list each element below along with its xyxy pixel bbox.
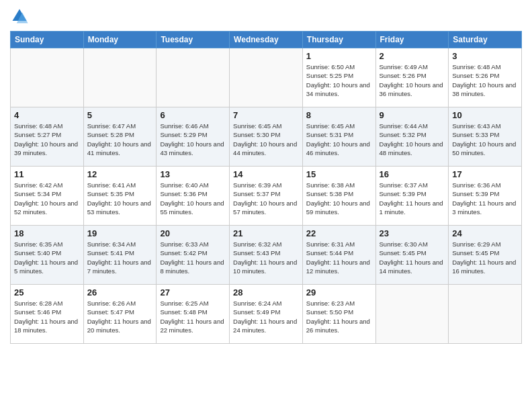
calendar-cell: 28Sunrise: 6:24 AM Sunset: 5:49 PM Dayli… [230,285,303,344]
day-number: 11 [14,169,80,179]
day-info: Sunrise: 6:32 AM Sunset: 5:43 PM Dayligh… [233,240,299,275]
day-info: Sunrise: 6:40 AM Sunset: 5:36 PM Dayligh… [160,181,226,216]
day-number: 18 [14,228,80,238]
calendar-cell: 9Sunrise: 6:44 AM Sunset: 5:32 PM Daylig… [375,107,449,167]
day-number: 14 [233,169,299,179]
calendar-cell [375,285,449,344]
calendar-cell: 20Sunrise: 6:33 AM Sunset: 5:42 PM Dayli… [157,226,230,285]
calendar-cell: 15Sunrise: 6:38 AM Sunset: 5:38 PM Dayli… [302,167,375,226]
calendar-cell [11,48,84,107]
day-info: Sunrise: 6:48 AM Sunset: 5:26 PM Dayligh… [452,62,518,98]
calendar-cell: 7Sunrise: 6:45 AM Sunset: 5:30 PM Daylig… [230,107,303,167]
day-info: Sunrise: 6:31 AM Sunset: 5:44 PM Dayligh… [306,240,372,275]
calendar-cell [230,48,303,107]
day-info: Sunrise: 6:50 AM Sunset: 5:25 PM Dayligh… [306,62,372,98]
day-number: 7 [233,110,299,120]
day-number: 8 [306,110,372,120]
day-info: Sunrise: 6:24 AM Sunset: 5:49 PM Dayligh… [233,299,299,334]
day-info: Sunrise: 6:30 AM Sunset: 5:45 PM Dayligh… [380,240,445,275]
calendar-cell: 24Sunrise: 6:29 AM Sunset: 5:45 PM Dayli… [449,226,522,285]
day-number: 1 [306,51,372,61]
calendar-cell: 8Sunrise: 6:45 AM Sunset: 5:31 PM Daylig… [302,107,375,167]
day-number: 2 [380,51,445,61]
calendar-cell: 17Sunrise: 6:36 AM Sunset: 5:39 PM Dayli… [449,167,522,226]
day-info: Sunrise: 6:41 AM Sunset: 5:35 PM Dayligh… [87,181,153,216]
calendar-cell: 6Sunrise: 6:46 AM Sunset: 5:29 PM Daylig… [157,107,230,167]
day-info: Sunrise: 6:35 AM Sunset: 5:40 PM Dayligh… [14,240,80,275]
day-number: 25 [14,287,80,298]
calendar-cell: 21Sunrise: 6:32 AM Sunset: 5:43 PM Dayli… [230,226,303,285]
calendar-cell: 18Sunrise: 6:35 AM Sunset: 5:40 PM Dayli… [11,226,84,285]
day-info: Sunrise: 6:39 AM Sunset: 5:37 PM Dayligh… [233,181,299,216]
day-number: 4 [14,110,80,120]
calendar-week-4: 18Sunrise: 6:35 AM Sunset: 5:40 PM Dayli… [11,226,522,285]
day-number: 26 [87,287,153,298]
day-number: 9 [380,110,445,120]
calendar-col-wednesday: Wednesday [230,32,303,48]
day-number: 5 [87,110,153,120]
calendar-header-row: SundayMondayTuesdayWednesdayThursdayFrid… [11,32,522,48]
day-info: Sunrise: 6:29 AM Sunset: 5:45 PM Dayligh… [452,240,518,275]
day-info: Sunrise: 6:43 AM Sunset: 5:33 PM Dayligh… [452,122,518,157]
calendar-cell: 29Sunrise: 6:23 AM Sunset: 5:50 PM Dayli… [302,285,375,344]
calendar-week-5: 25Sunrise: 6:28 AM Sunset: 5:46 PM Dayli… [11,285,522,344]
calendar-col-sunday: Sunday [11,32,84,48]
day-info: Sunrise: 6:42 AM Sunset: 5:34 PM Dayligh… [14,181,80,216]
calendar-cell: 2Sunrise: 6:49 AM Sunset: 5:26 PM Daylig… [375,48,449,107]
day-number: 20 [160,228,226,238]
calendar-cell: 12Sunrise: 6:41 AM Sunset: 5:35 PM Dayli… [83,167,157,226]
calendar-cell: 4Sunrise: 6:48 AM Sunset: 5:27 PM Daylig… [11,107,84,167]
page: SundayMondayTuesdayWednesdayThursdayFrid… [0,0,532,411]
calendar-cell: 16Sunrise: 6:37 AM Sunset: 5:39 PM Dayli… [375,167,449,226]
calendar-cell [449,285,522,344]
calendar-cell: 27Sunrise: 6:25 AM Sunset: 5:48 PM Dayli… [157,285,230,344]
day-info: Sunrise: 6:26 AM Sunset: 5:47 PM Dayligh… [87,299,153,334]
day-number: 21 [233,228,299,238]
calendar-week-3: 11Sunrise: 6:42 AM Sunset: 5:34 PM Dayli… [11,167,522,226]
calendar-col-friday: Friday [375,32,449,48]
day-info: Sunrise: 6:23 AM Sunset: 5:50 PM Dayligh… [306,299,372,334]
calendar-week-1: 1Sunrise: 6:50 AM Sunset: 5:25 PM Daylig… [11,48,522,107]
calendar-cell: 13Sunrise: 6:40 AM Sunset: 5:36 PM Dayli… [157,167,230,226]
day-info: Sunrise: 6:37 AM Sunset: 5:39 PM Dayligh… [380,181,445,216]
calendar-cell: 10Sunrise: 6:43 AM Sunset: 5:33 PM Dayli… [449,107,522,167]
day-number: 15 [306,169,372,179]
day-info: Sunrise: 6:44 AM Sunset: 5:32 PM Dayligh… [380,122,445,157]
day-info: Sunrise: 6:38 AM Sunset: 5:38 PM Dayligh… [306,181,372,216]
calendar-col-thursday: Thursday [302,32,375,48]
day-info: Sunrise: 6:25 AM Sunset: 5:48 PM Dayligh… [160,299,226,334]
day-number: 29 [306,287,372,298]
calendar-table: SundayMondayTuesdayWednesdayThursdayFrid… [10,31,522,344]
calendar-cell: 3Sunrise: 6:48 AM Sunset: 5:26 PM Daylig… [449,48,522,107]
day-info: Sunrise: 6:47 AM Sunset: 5:28 PM Dayligh… [87,122,153,157]
day-info: Sunrise: 6:33 AM Sunset: 5:42 PM Dayligh… [160,240,226,275]
calendar-cell: 26Sunrise: 6:26 AM Sunset: 5:47 PM Dayli… [83,285,157,344]
day-number: 16 [380,169,445,179]
calendar-cell [157,48,230,107]
day-info: Sunrise: 6:45 AM Sunset: 5:30 PM Dayligh… [233,122,299,157]
day-number: 13 [160,169,226,179]
calendar-col-monday: Monday [83,32,157,48]
header [10,7,522,26]
day-number: 27 [160,287,226,298]
calendar-cell: 1Sunrise: 6:50 AM Sunset: 5:25 PM Daylig… [302,48,375,107]
calendar-cell: 19Sunrise: 6:34 AM Sunset: 5:41 PM Dayli… [83,226,157,285]
day-number: 19 [87,228,153,238]
calendar-cell: 5Sunrise: 6:47 AM Sunset: 5:28 PM Daylig… [83,107,157,167]
calendar-col-tuesday: Tuesday [157,32,230,48]
day-number: 17 [452,169,518,179]
calendar-cell: 22Sunrise: 6:31 AM Sunset: 5:44 PM Dayli… [302,226,375,285]
day-info: Sunrise: 6:48 AM Sunset: 5:27 PM Dayligh… [14,122,80,157]
day-number: 6 [160,110,226,120]
day-info: Sunrise: 6:45 AM Sunset: 5:31 PM Dayligh… [306,122,372,157]
day-info: Sunrise: 6:28 AM Sunset: 5:46 PM Dayligh… [14,299,80,334]
calendar-cell: 25Sunrise: 6:28 AM Sunset: 5:46 PM Dayli… [11,285,84,344]
calendar-cell: 11Sunrise: 6:42 AM Sunset: 5:34 PM Dayli… [11,167,84,226]
day-info: Sunrise: 6:46 AM Sunset: 5:29 PM Dayligh… [160,122,226,157]
day-number: 3 [452,51,518,61]
calendar-cell: 14Sunrise: 6:39 AM Sunset: 5:37 PM Dayli… [230,167,303,226]
day-info: Sunrise: 6:49 AM Sunset: 5:26 PM Dayligh… [380,62,445,98]
day-number: 28 [233,287,299,298]
logo-icon [10,7,29,26]
day-number: 22 [306,228,372,238]
